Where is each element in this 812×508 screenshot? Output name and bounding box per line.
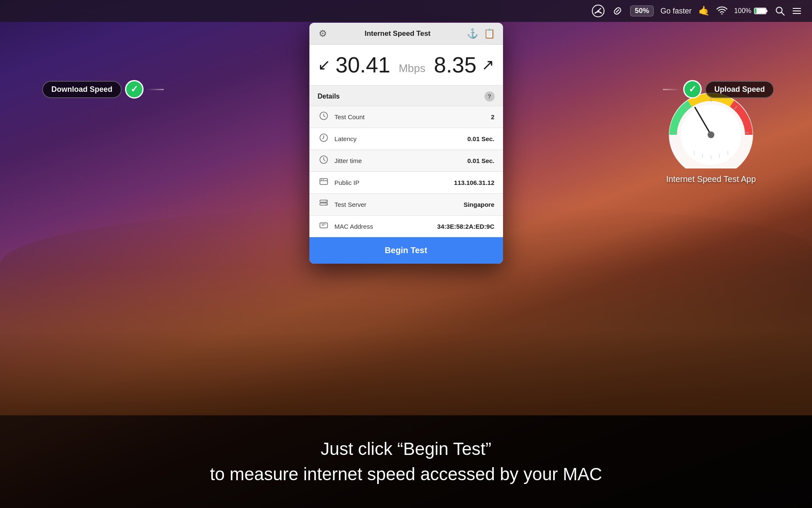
anchor-icon: ⚓ <box>467 28 478 39</box>
test-count-label: Test Count <box>335 113 491 120</box>
speed-display-row: ↙ 30.41 Mbps 8.35 ↗ <box>309 45 503 86</box>
menubar: 50% Go faster 🤙 100% <box>0 0 812 22</box>
question-mark-icon: ? <box>487 93 491 100</box>
latency-value: 0.01 Sec. <box>467 135 494 142</box>
detail-row-latency: Latency 0.01 Sec. <box>309 128 503 150</box>
public-ip-label: Public IP <box>335 179 454 186</box>
download-arrow-icon: ↙ <box>318 56 330 74</box>
list-icon <box>792 6 802 16</box>
speedometer-graphic: Internet Speed Test App <box>660 84 761 184</box>
caption-line2: to measure internet speed accessed by yo… <box>210 464 602 484</box>
upload-connector <box>663 89 680 90</box>
jitter-label: Jitter time <box>335 157 468 164</box>
menubar-battery-badge: 50% <box>630 5 654 16</box>
help-button[interactable]: ? <box>485 91 495 102</box>
test-server-icon <box>318 199 330 210</box>
caption-line1: Just click “Begin Test” <box>321 439 491 459</box>
download-speed-value: 30.41 <box>335 54 390 76</box>
mac-address-value: 34:3E:58:2A:ED:9C <box>437 223 495 230</box>
svg-point-19 <box>323 179 324 180</box>
test-server-value: Singapore <box>463 201 494 208</box>
download-connector <box>147 89 164 90</box>
details-title: Details <box>318 93 340 100</box>
speedometer-menubar-icon <box>591 4 605 18</box>
upload-label-text: Upload Speed <box>705 81 774 98</box>
svg-point-23 <box>326 204 327 205</box>
begin-test-button[interactable]: Begin Test <box>309 237 503 264</box>
titlebar: ⚙ Internet Speed Test ⚓ 📋 <box>309 23 503 45</box>
hand-wave-icon: 🤙 <box>698 5 710 16</box>
detail-row-mac-address: MAC Address 34:3E:58:2A:ED:9C <box>309 215 503 237</box>
battery-icon <box>754 7 768 15</box>
upload-arrow-icon: ↗ <box>482 56 494 74</box>
public-ip-value: 113.106.31.12 <box>454 179 495 186</box>
menubar-list[interactable] <box>792 6 802 16</box>
download-label-text: Download Speed <box>42 81 122 98</box>
detail-row-test-count: Test Count 2 <box>309 106 503 128</box>
titlebar-right: ⚓ 📋 <box>466 27 496 40</box>
test-server-label: Test Server <box>335 201 464 208</box>
latency-icon <box>318 133 330 144</box>
clipboard-button[interactable]: 📋 <box>483 27 496 40</box>
mac-address-icon <box>318 221 330 232</box>
clipboard-icon: 📋 <box>484 28 495 39</box>
svg-point-22 <box>326 201 327 202</box>
svg-rect-6 <box>766 10 767 12</box>
mac-address-label: MAC Address <box>335 223 437 230</box>
speedometer-app-label: Internet Speed Test App <box>660 174 761 184</box>
detail-row-test-server: Test Server Singapore <box>309 193 503 215</box>
gear-icon: ⚙ <box>319 28 327 39</box>
download-check-icon: ✓ <box>125 80 144 99</box>
svg-point-35 <box>708 131 714 138</box>
jitter-icon <box>318 155 330 166</box>
upload-check-icon: ✓ <box>683 80 702 99</box>
svg-line-9 <box>781 12 784 15</box>
menubar-app-icon[interactable] <box>591 4 605 18</box>
window-title: Internet Speed Test <box>330 29 466 38</box>
speed-unit-label: Mbps <box>399 62 426 78</box>
latency-label: Latency <box>335 135 468 142</box>
anchor-button[interactable]: ⚓ <box>466 27 479 40</box>
svg-rect-7 <box>755 8 756 13</box>
jitter-value: 0.01 Sec. <box>467 157 494 164</box>
detail-row-jitter: Jitter time 0.01 Sec. <box>309 150 503 171</box>
svg-point-2 <box>597 10 599 12</box>
detail-row-public-ip: Public IP 113.106.31.12 <box>309 171 503 193</box>
menubar-battery: 100% <box>734 7 768 15</box>
download-speed-label: Download Speed ✓ <box>42 80 164 99</box>
menubar-wifi <box>716 6 727 16</box>
svg-point-18 <box>321 179 322 180</box>
menubar-link-icon[interactable] <box>612 5 623 17</box>
test-count-value: 2 <box>491 113 494 120</box>
menubar-search[interactable] <box>775 6 785 16</box>
link-icon <box>612 5 623 17</box>
popup-window: ⚙ Internet Speed Test ⚓ 📋 ↙ 30.41 Mbps 8… <box>309 23 503 264</box>
details-header: Details ? <box>309 86 503 106</box>
wifi-icon <box>716 6 727 16</box>
upload-speed-value: 8.35 <box>434 52 477 78</box>
test-count-icon <box>318 111 330 123</box>
upload-speed-label: Upload Speed ✓ <box>663 80 774 99</box>
battery-percent-label: 100% <box>734 7 751 15</box>
search-icon <box>775 6 785 16</box>
bottom-caption: Just click “Begin Test” to measure inter… <box>0 415 812 508</box>
svg-rect-16 <box>320 179 327 184</box>
menubar-hand-icon: 🤙 <box>698 5 710 16</box>
public-ip-icon <box>318 177 330 188</box>
titlebar-left: ⚙ <box>316 27 330 40</box>
svg-line-3 <box>616 10 619 12</box>
settings-button[interactable]: ⚙ <box>316 27 330 40</box>
menubar-go-faster: Go faster <box>660 7 692 16</box>
